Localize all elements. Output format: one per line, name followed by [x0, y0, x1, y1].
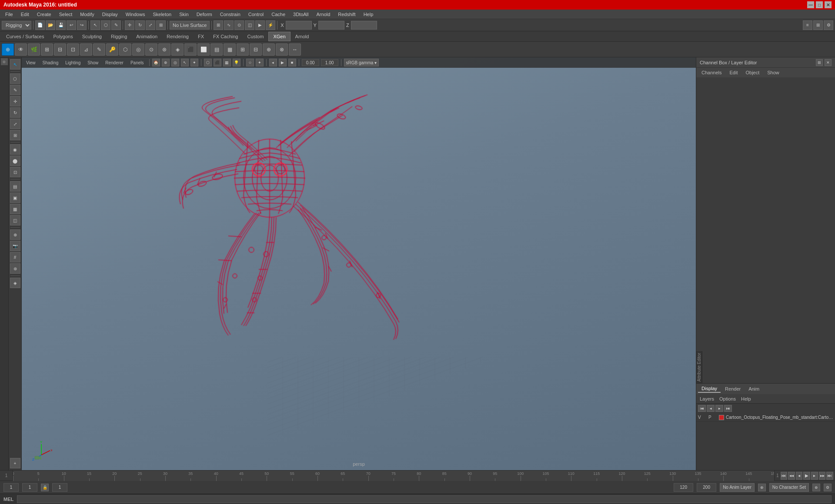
quick-select-btn[interactable]: ◈: [10, 278, 20, 288]
new-scene-btn[interactable]: 📄: [35, 20, 45, 30]
layout-btn3[interactable]: ▦: [10, 204, 20, 214]
tab-fx-caching[interactable]: FX Caching: [209, 32, 242, 41]
xgen-tool20[interactable]: ⊟: [250, 43, 262, 56]
scale-tool-btn[interactable]: ⤢: [10, 119, 20, 129]
menu-display[interactable]: Display: [99, 11, 121, 18]
xgen-tool1[interactable]: ⊕: [2, 43, 14, 56]
scale-btn[interactable]: ⤢: [146, 20, 155, 30]
redo-btn[interactable]: ↪: [77, 20, 87, 30]
rotate-tool-btn[interactable]: ↻: [10, 107, 20, 118]
le-tab-anim[interactable]: Anim: [745, 385, 763, 392]
soft-mod-btn[interactable]: ◉: [10, 144, 20, 155]
le-sub-options[interactable]: Options: [718, 396, 738, 401]
snap-grid-btn[interactable]: ⊞: [214, 20, 223, 30]
paint-btn[interactable]: ✎: [111, 20, 121, 30]
pb-next-frame[interactable]: ▸: [811, 472, 818, 480]
vp-value2-input[interactable]: [321, 59, 338, 66]
snap-curve-btn[interactable]: ∿: [224, 20, 234, 30]
menu-file[interactable]: File: [2, 11, 17, 18]
z-input[interactable]: [351, 21, 377, 30]
xgen-tool5[interactable]: ⊟: [54, 43, 66, 56]
vp-show-tab[interactable]: Show: [85, 60, 101, 66]
minimize-button[interactable]: —: [807, 1, 814, 8]
close-button[interactable]: ✕: [825, 1, 832, 8]
xgen-tool16[interactable]: ⬜: [197, 43, 210, 56]
vp-btn2[interactable]: ⊕: [162, 59, 170, 66]
vp-btn3[interactable]: ◎: [171, 59, 179, 66]
sculpt-btn[interactable]: ⬤: [10, 156, 20, 166]
rotate-btn[interactable]: ↻: [135, 20, 145, 30]
le-sub-layers[interactable]: Layers: [698, 396, 716, 401]
menu-select[interactable]: Select: [56, 11, 76, 18]
frame-sub2-input[interactable]: [52, 483, 67, 492]
y-input[interactable]: [318, 21, 344, 30]
tab-rigging[interactable]: Rigging: [107, 32, 131, 41]
xgen-tool11[interactable]: ◎: [132, 43, 144, 56]
move-tool-btn[interactable]: ✛: [10, 96, 20, 106]
vp-texture-btn[interactable]: ▦: [223, 59, 231, 66]
char-set-btn[interactable]: ⊕: [812, 484, 820, 491]
grid-btn[interactable]: #: [10, 252, 20, 262]
xgen-tool8[interactable]: ✎: [93, 43, 105, 56]
lasso-select-btn[interactable]: ⬡: [10, 73, 20, 84]
hud-btn[interactable]: ⊛: [10, 263, 20, 274]
xgen-tool19[interactable]: ⊞: [237, 43, 249, 56]
xgen-tool2[interactable]: 👁: [15, 43, 27, 56]
pb-next-key[interactable]: ▸▸: [819, 472, 826, 480]
frame-lock-btn[interactable]: 🔒: [41, 484, 49, 491]
frame-end-input[interactable]: [674, 483, 693, 492]
viewport[interactable]: View Shading Lighting Show Renderer Pane…: [22, 57, 696, 470]
menu-3dtall[interactable]: 3DtoAll: [290, 11, 312, 18]
mode-selector[interactable]: Rigging: [2, 21, 31, 30]
pref-btn[interactable]: ⚙: [824, 484, 832, 491]
universal-manip-btn[interactable]: ⊞: [10, 130, 20, 140]
vp-stop-btn[interactable]: ■: [288, 59, 296, 66]
menu-skin[interactable]: Skin: [176, 11, 192, 18]
xgen-tool14[interactable]: ◈: [171, 43, 184, 56]
attr-editor-btn[interactable]: ⊞: [813, 20, 823, 30]
xgen-tool18[interactable]: ▦: [224, 43, 236, 56]
right-panel-float-btn[interactable]: ⊞: [816, 59, 823, 66]
xgen-tool10[interactable]: ⬡: [119, 43, 131, 56]
xgen-tool22[interactable]: ⊗: [276, 43, 288, 56]
pb-prev-key[interactable]: ◂◂: [788, 472, 795, 480]
vp-lighting-tab[interactable]: Lighting: [63, 60, 83, 66]
xgen-tool15[interactable]: ⬛: [184, 43, 197, 56]
vp-btn5[interactable]: ✦: [190, 59, 198, 66]
le-tab-display[interactable]: Display: [698, 385, 721, 393]
tab-polygons[interactable]: Polygons: [49, 32, 77, 41]
tab-xgen[interactable]: XGen: [268, 32, 290, 41]
cb-tab-channels[interactable]: Channels: [698, 69, 725, 76]
maximize-button[interactable]: □: [816, 1, 823, 8]
cb-tab-object[interactable]: Object: [742, 69, 763, 76]
vp-xray-btn[interactable]: ☆: [246, 59, 254, 66]
lc-skip-fwd[interactable]: ⏭: [724, 405, 732, 412]
vp-play-btn[interactable]: ▶: [279, 59, 287, 66]
timeline-ruler[interactable]: 0510152025303540455055606570758085909510…: [13, 471, 774, 481]
menu-help[interactable]: Help: [360, 11, 377, 18]
right-panel-close-btn[interactable]: ✕: [825, 59, 832, 66]
ipr-btn[interactable]: ⚡: [266, 20, 275, 30]
menu-deform[interactable]: Deform: [193, 11, 216, 18]
tool-settings-btn[interactable]: ⚙: [824, 20, 833, 30]
anim-layer-btn[interactable]: ⊕: [758, 484, 766, 491]
menu-constrain[interactable]: Constrain: [217, 11, 244, 18]
vp-xray2-btn[interactable]: ✦: [256, 59, 264, 66]
xgen-tool12[interactable]: ⊙: [145, 43, 157, 56]
vp-prev-btn[interactable]: ◂: [269, 59, 277, 66]
xgen-tool7[interactable]: ⊿: [80, 43, 92, 56]
vp-value1-input[interactable]: [302, 59, 319, 66]
menu-modify[interactable]: Modify: [77, 11, 97, 18]
xgen-tool13[interactable]: ⊛: [158, 43, 170, 56]
menu-arnold[interactable]: Arnold: [313, 11, 334, 18]
layout-btn2[interactable]: ▣: [10, 192, 20, 203]
vp-panels-tab[interactable]: Panels: [128, 60, 147, 66]
lc-skip-back[interactable]: ⏮: [698, 405, 706, 412]
move-btn[interactable]: ✛: [125, 20, 134, 30]
render-region-btn[interactable]: ⊕: [10, 229, 20, 240]
snap-point-btn[interactable]: ⊙: [234, 20, 244, 30]
cb-tab-edit[interactable]: Edit: [726, 69, 741, 76]
command-input[interactable]: [17, 495, 832, 503]
vp-solid-btn[interactable]: ⬛: [214, 59, 221, 66]
current-frame-input[interactable]: [3, 483, 19, 492]
